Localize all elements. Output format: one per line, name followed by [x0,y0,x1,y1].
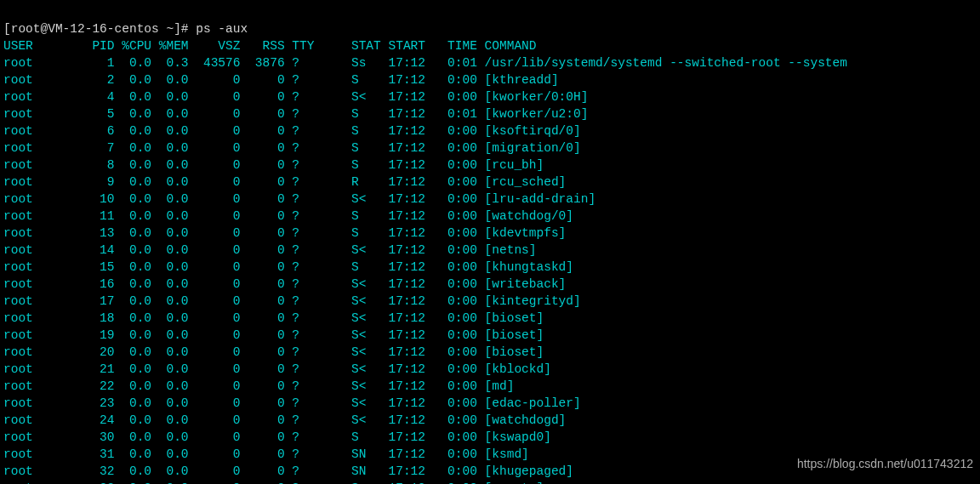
process-row: root 14 0.0 0.0 0 0 ? S< 17:12 0:00 [net… [3,242,977,259]
process-row: root 24 0.0 0.0 0 0 ? S< 17:12 0:00 [wat… [3,412,977,429]
process-row: root 1 0.0 0.3 43576 3876 ? Ss 17:12 0:0… [3,54,977,71]
process-row: root 30 0.0 0.0 0 0 ? S 17:12 0:00 [kswa… [3,429,977,446]
process-row: root 21 0.0 0.0 0 0 ? S< 17:12 0:00 [kbl… [3,361,977,378]
process-row: root 10 0.0 0.0 0 0 ? S< 17:12 0:00 [lru… [3,191,977,208]
shell-prompt: [root@VM-12-16-centos ~]# [3,22,196,36]
process-row: root 20 0.0 0.0 0 0 ? S< 17:12 0:00 [bio… [3,344,977,361]
process-row: root 19 0.0 0.0 0 0 ? S< 17:12 0:00 [bio… [3,327,977,344]
process-row: root 22 0.0 0.0 0 0 ? S< 17:12 0:00 [md] [3,378,977,395]
process-row: root 2 0.0 0.0 0 0 ? S 17:12 0:00 [kthre… [3,71,977,88]
process-row: root 4 0.0 0.0 0 0 ? S< 17:12 0:00 [kwor… [3,88,977,105]
process-row: root 6 0.0 0.0 0 0 ? S 17:12 0:00 [ksoft… [3,122,977,140]
process-row: root 16 0.0 0.0 0 0 ? S< 17:12 0:00 [wri… [3,276,977,293]
process-row: root 23 0.0 0.0 0 0 ? S< 17:12 0:00 [eda… [3,395,977,412]
process-row: root 18 0.0 0.0 0 0 ? S< 17:12 0:00 [bio… [3,310,977,327]
process-row: root 11 0.0 0.0 0 0 ? S 17:12 0:00 [watc… [3,208,977,225]
watermark-text: https://blog.csdn.net/u011743212 [797,455,973,472]
terminal-output[interactable]: [root@VM-12-16-centos ~]# ps -aux USER P… [0,0,980,484]
process-row: root 5 0.0 0.0 0 0 ? S 17:12 0:01 [kwork… [3,105,977,122]
process-row: root 7 0.0 0.0 0 0 ? S 17:12 0:00 [migra… [3,140,977,157]
process-row: root 15 0.0 0.0 0 0 ? S 17:12 0:00 [khun… [3,259,977,276]
process-row: root 17 0.0 0.0 0 0 ? S< 17:12 0:00 [kin… [3,293,977,310]
process-row: root 8 0.0 0.0 0 0 ? S 17:12 0:00 [rcu_b… [3,157,977,174]
process-row: root 9 0.0 0.0 0 0 ? R 17:12 0:00 [rcu_s… [3,174,977,191]
process-row: root 33 0.0 0.0 0 0 ? S< 17:12 0:00 [cry… [3,480,977,484]
shell-command: ps -aux [196,22,248,36]
ps-header-row: USER PID %CPU %MEM VSZ RSS TTY STAT STAR… [3,37,977,54]
process-row: root 13 0.0 0.0 0 0 ? S 17:12 0:00 [kdev… [3,225,977,242]
